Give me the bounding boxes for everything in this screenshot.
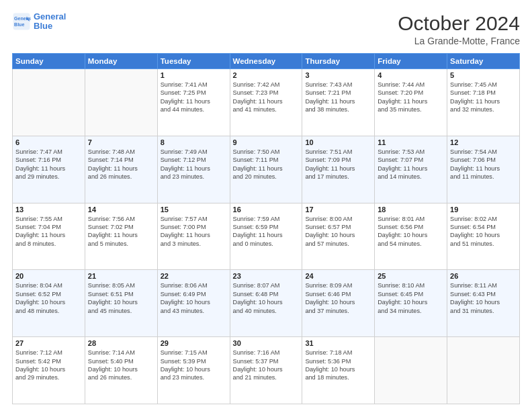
- logo-icon: General Blue: [12, 12, 31, 31]
- cell-info: Sunrise: 7:45 AMSunset: 7:18 PMDaylight:…: [450, 81, 517, 114]
- cell-info: Sunrise: 8:00 AMSunset: 6:57 PMDaylight:…: [305, 215, 371, 248]
- cell-info: Sunrise: 7:53 AMSunset: 7:07 PMDaylight:…: [378, 148, 444, 181]
- day-number: 29: [161, 339, 227, 347]
- calendar-cell: 2Sunrise: 7:42 AMSunset: 7:23 PMDaylight…: [230, 69, 302, 136]
- calendar-cell: 5Sunrise: 7:45 AMSunset: 7:18 PMDaylight…: [447, 69, 520, 136]
- calendar-cell: 13Sunrise: 7:55 AMSunset: 7:04 PMDayligh…: [13, 203, 85, 270]
- calendar-cell: [13, 69, 85, 136]
- calendar-cell: 21Sunrise: 8:05 AMSunset: 6:51 PMDayligh…: [85, 270, 157, 337]
- logo-general: General: [34, 12, 66, 21]
- week-row-5: 27Sunrise: 7:12 AMSunset: 5:42 PMDayligh…: [13, 337, 520, 404]
- calendar-cell: [85, 69, 157, 136]
- calendar-cell: 20Sunrise: 8:04 AMSunset: 6:52 PMDayligh…: [13, 270, 85, 337]
- day-number: 9: [233, 138, 300, 146]
- calendar-cell: 27Sunrise: 7:12 AMSunset: 5:42 PMDayligh…: [13, 337, 85, 404]
- location: La Grande-Motte, France: [398, 36, 520, 46]
- cell-info: Sunrise: 8:07 AMSunset: 6:48 PMDaylight:…: [233, 281, 300, 315]
- calendar-cell: 25Sunrise: 8:10 AMSunset: 6:45 PMDayligh…: [375, 270, 447, 337]
- cell-info: Sunrise: 7:16 AMSunset: 5:37 PMDaylight:…: [233, 349, 300, 382]
- day-number: 28: [88, 339, 154, 347]
- day-number: 25: [378, 272, 444, 280]
- cell-info: Sunrise: 8:09 AMSunset: 6:46 PMDaylight:…: [305, 281, 371, 315]
- calendar-cell: 16Sunrise: 7:59 AMSunset: 6:59 PMDayligh…: [230, 203, 302, 270]
- month-title: October 2024: [398, 12, 520, 34]
- cell-info: Sunrise: 8:11 AMSunset: 6:43 PMDaylight:…: [450, 281, 517, 315]
- day-number: 5: [450, 71, 517, 79]
- calendar-cell: 24Sunrise: 8:09 AMSunset: 6:46 PMDayligh…: [302, 270, 375, 337]
- day-number: 11: [378, 138, 444, 146]
- weekday-header-sunday: Sunday: [13, 54, 85, 69]
- cell-info: Sunrise: 8:01 AMSunset: 6:56 PMDaylight:…: [378, 215, 444, 248]
- calendar-table: SundayMondayTuesdayWednesdayThursdayFrid…: [12, 53, 520, 404]
- calendar-cell: 7Sunrise: 7:48 AMSunset: 7:14 PMDaylight…: [85, 136, 157, 203]
- calendar-cell: [375, 337, 447, 404]
- cell-info: Sunrise: 7:12 AMSunset: 5:42 PMDaylight:…: [15, 349, 82, 382]
- weekday-header-thursday: Thursday: [302, 54, 375, 69]
- cell-info: Sunrise: 7:48 AMSunset: 7:14 PMDaylight:…: [88, 148, 154, 181]
- weekday-header-monday: Monday: [85, 54, 157, 69]
- calendar-cell: 14Sunrise: 7:56 AMSunset: 7:02 PMDayligh…: [85, 203, 157, 270]
- day-number: 12: [450, 138, 517, 146]
- cell-info: Sunrise: 7:50 AMSunset: 7:11 PMDaylight:…: [233, 148, 300, 181]
- day-number: 19: [450, 205, 517, 214]
- cell-info: Sunrise: 7:47 AMSunset: 7:16 PMDaylight:…: [15, 148, 82, 181]
- calendar-cell: 19Sunrise: 8:02 AMSunset: 6:54 PMDayligh…: [447, 203, 520, 270]
- calendar-cell: 8Sunrise: 7:49 AMSunset: 7:12 PMDaylight…: [157, 136, 230, 203]
- day-number: 23: [233, 272, 300, 280]
- day-number: 2: [233, 71, 300, 79]
- cell-info: Sunrise: 7:57 AMSunset: 7:00 PMDaylight:…: [161, 215, 227, 248]
- calendar-cell: [447, 337, 520, 404]
- week-row-3: 13Sunrise: 7:55 AMSunset: 7:04 PMDayligh…: [13, 203, 520, 270]
- day-number: 30: [233, 339, 300, 347]
- page: General Blue General Blue October 2024 L…: [0, 0, 532, 411]
- calendar-cell: 11Sunrise: 7:53 AMSunset: 7:07 PMDayligh…: [375, 136, 447, 203]
- cell-info: Sunrise: 7:42 AMSunset: 7:23 PMDaylight:…: [233, 81, 300, 114]
- day-number: 15: [161, 205, 227, 214]
- day-number: 10: [305, 138, 371, 146]
- cell-info: Sunrise: 7:55 AMSunset: 7:04 PMDaylight:…: [15, 215, 82, 248]
- logo-blue: Blue: [34, 21, 66, 31]
- weekday-header-friday: Friday: [375, 54, 447, 69]
- calendar-cell: 12Sunrise: 7:54 AMSunset: 7:06 PMDayligh…: [447, 136, 520, 203]
- calendar-cell: 22Sunrise: 8:06 AMSunset: 6:49 PMDayligh…: [157, 270, 230, 337]
- day-number: 13: [15, 205, 82, 214]
- calendar-cell: 30Sunrise: 7:16 AMSunset: 5:37 PMDayligh…: [230, 337, 302, 404]
- cell-info: Sunrise: 8:05 AMSunset: 6:51 PMDaylight:…: [88, 281, 154, 315]
- header: General Blue General Blue October 2024 L…: [12, 12, 520, 46]
- calendar-cell: 15Sunrise: 7:57 AMSunset: 7:00 PMDayligh…: [157, 203, 230, 270]
- cell-info: Sunrise: 7:49 AMSunset: 7:12 PMDaylight:…: [161, 148, 227, 181]
- cell-info: Sunrise: 7:14 AMSunset: 5:40 PMDaylight:…: [88, 349, 154, 382]
- cell-info: Sunrise: 7:15 AMSunset: 5:39 PMDaylight:…: [161, 349, 227, 382]
- cell-info: Sunrise: 7:44 AMSunset: 7:20 PMDaylight:…: [378, 81, 444, 114]
- calendar-cell: 1Sunrise: 7:41 AMSunset: 7:25 PMDaylight…: [157, 69, 230, 136]
- calendar-cell: 10Sunrise: 7:51 AMSunset: 7:09 PMDayligh…: [302, 136, 375, 203]
- weekday-header-saturday: Saturday: [447, 54, 520, 69]
- day-number: 24: [305, 272, 371, 280]
- day-number: 18: [378, 205, 444, 214]
- day-number: 21: [88, 272, 154, 280]
- calendar-cell: 6Sunrise: 7:47 AMSunset: 7:16 PMDaylight…: [13, 136, 85, 203]
- svg-text:Blue: Blue: [14, 22, 24, 27]
- cell-info: Sunrise: 8:10 AMSunset: 6:45 PMDaylight:…: [378, 281, 444, 315]
- calendar-cell: 4Sunrise: 7:44 AMSunset: 7:20 PMDaylight…: [375, 69, 447, 136]
- calendar-cell: 28Sunrise: 7:14 AMSunset: 5:40 PMDayligh…: [85, 337, 157, 404]
- title-block: October 2024 La Grande-Motte, France: [398, 12, 520, 46]
- week-row-2: 6Sunrise: 7:47 AMSunset: 7:16 PMDaylight…: [13, 136, 520, 203]
- day-number: 1: [161, 71, 227, 79]
- cell-info: Sunrise: 8:06 AMSunset: 6:49 PMDaylight:…: [161, 281, 227, 315]
- day-number: 16: [233, 205, 300, 214]
- cell-info: Sunrise: 7:51 AMSunset: 7:09 PMDaylight:…: [305, 148, 371, 181]
- cell-info: Sunrise: 7:43 AMSunset: 7:21 PMDaylight:…: [305, 81, 371, 114]
- cell-info: Sunrise: 8:04 AMSunset: 6:52 PMDaylight:…: [15, 281, 82, 315]
- day-number: 22: [161, 272, 227, 280]
- calendar-cell: 9Sunrise: 7:50 AMSunset: 7:11 PMDaylight…: [230, 136, 302, 203]
- day-number: 26: [450, 272, 517, 280]
- calendar-cell: 29Sunrise: 7:15 AMSunset: 5:39 PMDayligh…: [157, 337, 230, 404]
- day-number: 20: [15, 272, 82, 280]
- header-row: SundayMondayTuesdayWednesdayThursdayFrid…: [13, 54, 520, 69]
- day-number: 8: [161, 138, 227, 146]
- calendar-cell: 23Sunrise: 8:07 AMSunset: 6:48 PMDayligh…: [230, 270, 302, 337]
- calendar-cell: 3Sunrise: 7:43 AMSunset: 7:21 PMDaylight…: [302, 69, 375, 136]
- calendar-cell: 26Sunrise: 8:11 AMSunset: 6:43 PMDayligh…: [447, 270, 520, 337]
- cell-info: Sunrise: 7:18 AMSunset: 5:36 PMDaylight:…: [305, 349, 371, 382]
